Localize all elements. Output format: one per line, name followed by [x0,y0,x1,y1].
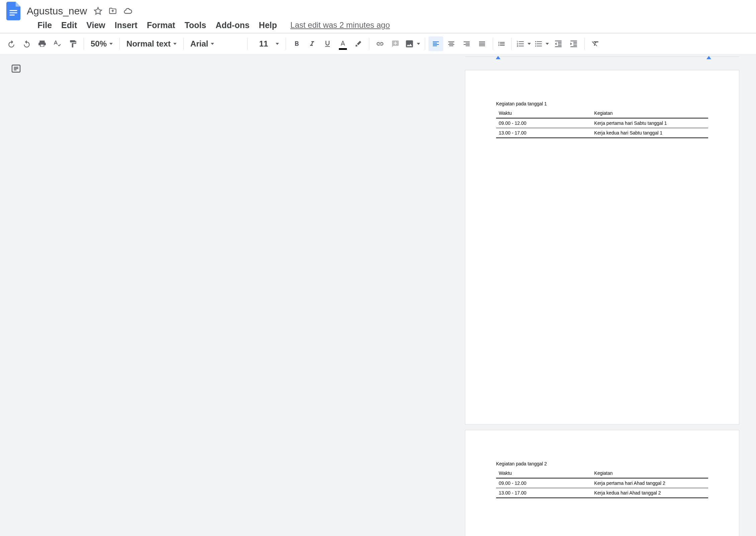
chevron-down-icon [173,43,177,45]
table-header: Waktu [496,468,591,478]
menubar: File Edit View Insert Format Tools Add-o… [0,19,756,33]
table-row: 13.00 - 17.00 Kerja kedua hari Sabtu tan… [496,128,708,138]
menu-view[interactable]: View [82,19,109,31]
text-color-button[interactable] [336,36,350,51]
table-row: 09.00 - 12.00 Kerja pertama hari Sabtu t… [496,118,708,128]
outline-button[interactable] [9,62,23,75]
separator [584,38,585,50]
schedule-table: Waktu Kegiatan 09.00 - 12.00 Kerja perta… [496,468,708,498]
table-cell: Kerja kedua hari Sabtu tanggal 1 [591,128,708,138]
style-value: Normal text [126,39,171,49]
ruler-indent-left[interactable] [496,55,500,61]
menu-edit[interactable]: Edit [57,19,81,31]
style-dropdown[interactable]: Normal text [123,36,180,51]
table-cell: 13.00 - 17.00 [496,488,591,498]
chevron-down-icon [528,43,531,45]
chevron-down-icon [276,43,279,45]
table-cell: Kerja pertama hari Sabtu tanggal 1 [591,118,708,128]
title-row: Agustus_new [0,0,756,19]
last-edit-link[interactable]: Last edit was 2 minutes ago [290,20,390,30]
separator [493,38,493,50]
clear-formatting-button[interactable] [588,36,603,51]
title-icons [94,6,132,16]
menu-help[interactable]: Help [255,19,281,31]
align-left-button[interactable] [429,36,443,51]
insert-image-button[interactable] [403,36,421,51]
table-header: Kegiatan [591,468,708,478]
menu-addons[interactable]: Add-ons [211,19,253,31]
separator [425,38,425,50]
align-right-button[interactable] [459,36,474,51]
insert-link-button[interactable] [373,36,387,51]
chevron-down-icon [211,43,214,45]
separator [247,38,248,50]
paint-format-button[interactable] [66,36,80,51]
svg-marker-5 [706,56,711,59]
font-size-value: 11 [254,39,273,49]
cloud-icon[interactable] [123,6,132,16]
pages-container: Kegiatan pada tanggal 1 Waktu Kegiatan 0… [0,60,756,536]
document-page[interactable]: Kegiatan pada tanggal 1 Waktu Kegiatan 0… [465,70,739,425]
workspace: Kegiatan pada tanggal 1 Waktu Kegiatan 0… [0,54,756,536]
italic-button[interactable] [305,36,319,51]
svg-rect-0 [10,10,17,11]
table-header: Waktu [496,108,591,118]
highlight-button[interactable] [351,36,366,51]
svg-rect-2 [10,15,15,16]
separator [511,38,511,50]
page-heading: Kegiatan pada tanggal 1 [496,101,708,106]
font-value: Arial [190,39,208,49]
separator [183,38,184,50]
underline-button[interactable] [320,36,335,51]
move-icon[interactable] [108,7,117,15]
bold-button[interactable] [289,36,304,51]
ruler-indent-right[interactable] [706,55,711,61]
menu-tools[interactable]: Tools [181,19,210,31]
document-page[interactable]: Kegiatan pada tanggal 2 Waktu Kegiatan 0… [465,430,739,536]
add-comment-button[interactable] [388,36,403,51]
table-cell: 13.00 - 17.00 [496,128,591,138]
page-heading: Kegiatan pada tanggal 2 [496,461,708,466]
print-button[interactable] [35,36,50,51]
app-header: Agustus_new File Edit View Insert Format… [0,0,756,33]
table-cell: Kerja kedua hari Ahad tanggal 2 [591,488,708,498]
svg-marker-3 [94,7,102,14]
schedule-table: Waktu Kegiatan 09.00 - 12.00 Kerja perta… [496,108,708,138]
line-spacing-button[interactable] [496,36,508,51]
table-cell: 09.00 - 12.00 [496,118,591,128]
star-icon[interactable] [94,7,102,15]
chevron-down-icon [546,43,549,45]
font-dropdown[interactable]: Arial [187,36,244,51]
chevron-down-icon [109,43,113,45]
separator [84,38,84,50]
toolbar: 50% Normal text Arial 11 [0,33,756,54]
svg-marker-4 [496,56,500,59]
table-row: 09.00 - 12.00 Kerja pertama hari Ahad ta… [496,478,708,488]
font-size-dropdown[interactable]: 11 [251,36,282,51]
table-cell: 09.00 - 12.00 [496,478,591,488]
menu-format[interactable]: Format [143,19,179,31]
chevron-down-icon [417,43,420,45]
menu-insert[interactable]: Insert [111,19,141,31]
table-cell: Kerja pertama hari Ahad tanggal 2 [591,478,708,488]
docs-logo-icon[interactable] [6,2,21,20]
numbered-list-button[interactable] [515,36,532,51]
spellcheck-button[interactable] [50,36,65,51]
document-title[interactable]: Agustus_new [24,5,90,17]
align-center-button[interactable] [444,36,459,51]
table-row: 13.00 - 17.00 Kerja kedua hari Ahad tang… [496,488,708,498]
svg-rect-1 [10,12,17,13]
zoom-dropdown[interactable]: 50% [87,36,116,51]
separator [119,38,120,50]
decrease-indent-button[interactable] [551,36,566,51]
separator [286,38,286,50]
table-header: Kegiatan [591,108,708,118]
separator [369,38,369,50]
bulleted-list-button[interactable] [533,36,550,51]
undo-button[interactable] [4,36,19,51]
ruler[interactable] [465,54,739,60]
redo-button[interactable] [19,36,34,51]
increase-indent-button[interactable] [566,36,581,51]
menu-file[interactable]: File [33,19,56,31]
align-justify-button[interactable] [475,36,489,51]
